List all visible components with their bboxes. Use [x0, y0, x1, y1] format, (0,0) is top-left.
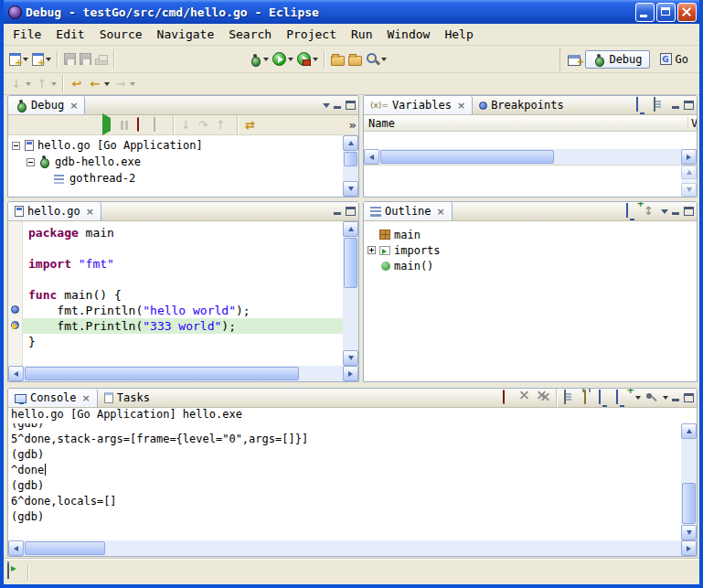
maximize-view-button[interactable]: [684, 101, 694, 110]
open-console-button[interactable]: [616, 390, 631, 405]
scrollbar-thumb[interactable]: [344, 152, 357, 166]
step-into-button[interactable]: ↓: [181, 118, 196, 133]
focus-button[interactable]: [626, 204, 641, 219]
minimize-view-button[interactable]: [671, 207, 681, 216]
code-line[interactable]: [23, 272, 343, 287]
menu-navigate[interactable]: Navigate: [150, 26, 222, 43]
dropdown-arrow-icon[interactable]: [381, 58, 387, 64]
tab-breakpoints[interactable]: Breakpoints: [473, 96, 570, 114]
scroll-down-button[interactable]: [343, 181, 358, 197]
dropdown-arrow-icon[interactable]: [51, 82, 57, 89]
minimize-view-button[interactable]: [333, 207, 343, 216]
menu-project[interactable]: Project: [279, 26, 344, 43]
toolbar-overflow-chevron[interactable]: »: [349, 118, 357, 132]
menu-source[interactable]: Source: [92, 26, 150, 43]
tab-debug[interactable]: Debug ×: [8, 96, 85, 114]
scroll-up-button[interactable]: [681, 423, 697, 439]
instruction-pointer-marker[interactable]: [11, 321, 19, 329]
scroll-left-button[interactable]: [8, 366, 24, 381]
external-tools-button[interactable]: [296, 51, 319, 67]
scrollbar-thumb[interactable]: [682, 483, 696, 524]
dropdown-arrow-icon[interactable]: [288, 58, 293, 64]
outline-item[interactable]: imports: [364, 242, 697, 258]
close-tab-icon[interactable]: ×: [457, 100, 465, 112]
maximize-view-button[interactable]: [684, 393, 694, 402]
debug-tree-item[interactable]: gothread-2: [8, 170, 343, 187]
perspective-debug-button[interactable]: Debug: [585, 50, 649, 69]
back-button[interactable]: ←: [87, 76, 111, 92]
scroll-lock-button[interactable]: [581, 390, 596, 405]
debug-tree-item[interactable]: gdb-hello.exe: [8, 154, 343, 170]
scroll-up-button[interactable]: [681, 166, 697, 179]
suspend-button[interactable]: [117, 118, 132, 133]
menu-edit[interactable]: Edit: [48, 26, 91, 43]
pin-console-button[interactable]: [644, 390, 658, 405]
display-selected-console-button[interactable]: [599, 390, 613, 405]
dropdown-arrow-icon[interactable]: [635, 396, 641, 402]
scroll-up-button[interactable]: [343, 135, 358, 151]
dropdown-arrow-icon[interactable]: [23, 58, 28, 64]
minimize-view-button[interactable]: [333, 101, 343, 110]
disconnect-button[interactable]: [152, 118, 166, 133]
console-vertical-scrollbar[interactable]: [681, 423, 697, 540]
variables-tree-empty[interactable]: [364, 132, 697, 149]
use-step-filters-button[interactable]: ⇄: [245, 118, 260, 133]
view-menu-icon[interactable]: [661, 209, 668, 218]
column-name[interactable]: Name: [364, 117, 687, 130]
editor-vertical-scrollbar[interactable]: [343, 221, 358, 366]
maximize-view-button[interactable]: [346, 101, 356, 110]
menu-help[interactable]: Help: [437, 26, 480, 43]
tab-variables[interactable]: (x)= Variables ×: [364, 96, 473, 114]
minimize-view-button[interactable]: [671, 393, 681, 402]
breakpoint-marker[interactable]: [11, 305, 19, 314]
scroll-left-button[interactable]: [8, 540, 24, 556]
close-editor-icon[interactable]: ×: [86, 206, 94, 218]
save-all-button[interactable]: [79, 52, 92, 66]
terminate-button[interactable]: [134, 118, 149, 133]
code-line[interactable]: import "fmt": [23, 256, 343, 272]
scrollbar-thumb[interactable]: [380, 150, 554, 164]
window-maximize-button[interactable]: [656, 3, 676, 22]
search-button[interactable]: [365, 51, 388, 67]
close-tab-icon[interactable]: ×: [437, 206, 445, 218]
tab-outline[interactable]: Outline ×: [364, 202, 453, 220]
debug-vertical-scrollbar[interactable]: [343, 135, 358, 197]
close-tab-icon[interactable]: ×: [82, 392, 91, 404]
dropdown-arrow-icon[interactable]: [313, 58, 318, 64]
outline-item[interactable]: main(): [364, 258, 697, 273]
menu-window[interactable]: Window: [379, 26, 437, 43]
dropdown-arrow-icon[interactable]: [130, 82, 135, 89]
scroll-down-button[interactable]: [681, 183, 697, 197]
clear-console-button[interactable]: [564, 390, 579, 405]
debug-tree-item[interactable]: hello.go [Go Application]: [8, 137, 343, 154]
window-close-button[interactable]: [677, 3, 697, 22]
perspective-go-button[interactable]: GGo: [653, 50, 696, 69]
terminate-console-button[interactable]: [500, 390, 515, 405]
step-return-button[interactable]: ↑: [216, 118, 230, 133]
new-menu-button[interactable]: [31, 52, 52, 67]
code-line[interactable]: package main: [23, 225, 343, 241]
next-annotation-button[interactable]: ↓: [8, 76, 32, 92]
new-wizard-button[interactable]: [8, 52, 29, 67]
tree-expander-icon[interactable]: [27, 158, 35, 166]
tab-tasks[interactable]: Tasks: [98, 389, 156, 407]
menu-run[interactable]: Run: [344, 26, 379, 43]
scroll-left-button[interactable]: [364, 149, 379, 165]
column-value[interactable]: V: [687, 117, 697, 130]
resume-button[interactable]: [100, 118, 114, 133]
scroll-right-button[interactable]: [343, 366, 358, 381]
debug-launch-button[interactable]: [248, 52, 270, 67]
dropdown-arrow-icon[interactable]: [104, 82, 110, 89]
menu-file[interactable]: File: [5, 26, 48, 43]
scroll-right-button[interactable]: [681, 149, 697, 165]
sort-button[interactable]: ↕: [644, 204, 658, 219]
scroll-right-button[interactable]: [681, 540, 697, 556]
editor-annotation-ruler[interactable]: [8, 221, 23, 366]
window-minimize-button[interactable]: [635, 3, 655, 22]
code-line[interactable]: [23, 241, 343, 256]
editor-horizontal-scrollbar[interactable]: [8, 366, 358, 381]
scroll-down-button[interactable]: [681, 525, 697, 540]
fast-view-button[interactable]: [7, 565, 22, 580]
dropdown-arrow-icon[interactable]: [46, 58, 51, 64]
dropdown-arrow-icon[interactable]: [663, 396, 668, 402]
